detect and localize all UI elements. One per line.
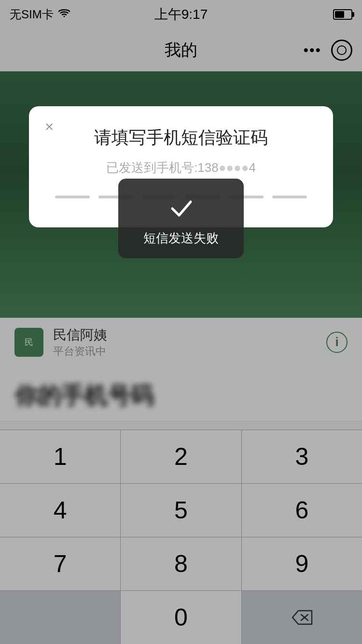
toast-check-icon (167, 193, 195, 222)
close-icon: × (45, 118, 54, 136)
modal-title: 请填写手机短信验证码 (53, 126, 309, 150)
otp-box-6[interactable] (272, 196, 307, 198)
subtitle-text: 已发送到手机号:138 (106, 160, 219, 175)
subtitle-dots: ●●●● (219, 160, 249, 175)
subtitle-end: 4 (249, 160, 255, 175)
checkmark-svg (167, 193, 195, 222)
modal-overlay: × 请填写手机短信验证码 已发送到手机号:138●●●●4 (0, 0, 362, 644)
modal-subtitle: 已发送到手机号:138●●●●4 (53, 159, 309, 176)
modal-close-button[interactable]: × (39, 116, 60, 137)
toast-message: 短信发送失败 (143, 230, 219, 247)
toast-notification: 短信发送失败 (118, 179, 244, 258)
otp-box-1[interactable] (55, 196, 90, 198)
